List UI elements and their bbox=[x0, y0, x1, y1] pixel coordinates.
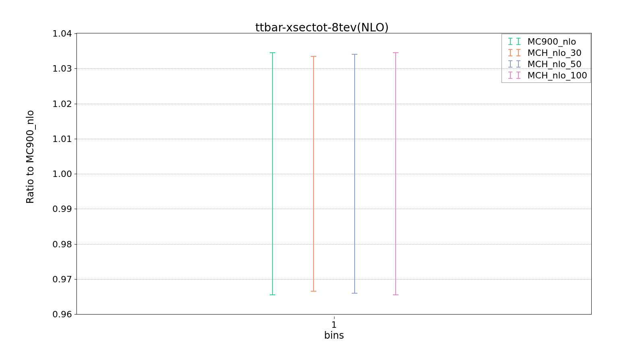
y-gridline bbox=[77, 139, 591, 139]
legend-sample-icon bbox=[505, 60, 524, 68]
y-gridline bbox=[77, 244, 591, 245]
y-tick-label: 1.04 bbox=[52, 29, 77, 39]
y-tick-label: 0.99 bbox=[52, 204, 77, 214]
errorbar-stem bbox=[395, 53, 396, 295]
x-tick-mark bbox=[334, 317, 334, 319]
y-tick-label: 0.96 bbox=[52, 309, 77, 319]
legend-row: MCH_nlo_30 bbox=[505, 47, 587, 58]
y-gridline bbox=[77, 104, 591, 104]
legend-row: MC900_nlo bbox=[505, 36, 587, 47]
errorbar-stem bbox=[313, 56, 314, 292]
y-gridline bbox=[77, 174, 591, 174]
legend-label: MCH_nlo_100 bbox=[528, 70, 587, 80]
legend-sample-icon bbox=[505, 49, 524, 56]
legend-row: MCH_nlo_50 bbox=[505, 58, 587, 70]
y-tick-label: 1.02 bbox=[52, 99, 77, 109]
y-tick-label: 0.98 bbox=[52, 239, 77, 249]
y-gridline bbox=[77, 209, 591, 209]
y-tick-label: 1.01 bbox=[52, 134, 77, 144]
errorbar-stem bbox=[354, 54, 355, 293]
y-tick-label: 1.00 bbox=[52, 169, 77, 179]
errorbar-cap-top bbox=[393, 52, 398, 53]
errorbar-cap-top bbox=[270, 52, 275, 53]
y-tick-label: 1.03 bbox=[52, 64, 77, 74]
chart-figure: ttbar-xsectot-8tev(NLO) Ratio to MC900_n… bbox=[0, 0, 644, 362]
errorbar-cap-bottom bbox=[311, 291, 316, 292]
legend: MC900_nloMCH_nlo_30MCH_nlo_50MCH_nlo_100 bbox=[502, 34, 591, 83]
errorbar-cap-bottom bbox=[393, 294, 398, 295]
x-tick-label: 1 bbox=[331, 320, 337, 330]
chart-title: ttbar-xsectot-8tev(NLO) bbox=[0, 21, 644, 34]
y-gridline bbox=[77, 279, 591, 280]
x-axis-label: bins bbox=[76, 330, 592, 341]
errorbar-stem bbox=[272, 53, 273, 295]
legend-label: MCH_nlo_50 bbox=[528, 59, 582, 69]
errorbar-cap-bottom bbox=[352, 293, 357, 294]
errorbar-cap-top bbox=[352, 54, 357, 55]
legend-row: MCH_nlo_100 bbox=[505, 70, 587, 81]
legend-label: MC900_nlo bbox=[528, 37, 576, 47]
plot-area: MC900_nloMCH_nlo_30MCH_nlo_50MCH_nlo_100… bbox=[76, 33, 592, 315]
errorbar-cap-bottom bbox=[270, 294, 275, 295]
y-gridline bbox=[77, 68, 591, 69]
legend-label: MCH_nlo_30 bbox=[528, 48, 582, 58]
y-axis-label: Ratio to MC900_nlo bbox=[24, 0, 36, 314]
legend-sample-icon bbox=[505, 72, 524, 79]
legend-sample-icon bbox=[505, 38, 524, 45]
errorbar-cap-top bbox=[311, 56, 316, 57]
y-tick-label: 0.97 bbox=[52, 274, 77, 284]
